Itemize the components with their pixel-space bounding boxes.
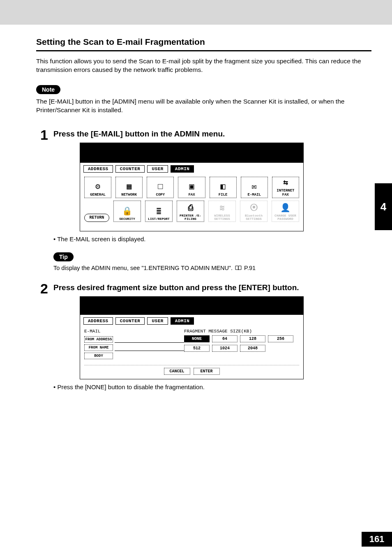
screenshot-titlebar: [80, 297, 303, 315]
admin-btn-copy[interactable]: □COPY: [147, 177, 174, 198]
field-btn-from-address[interactable]: FROM ADDRESS: [84, 336, 113, 343]
tab-user[interactable]: USER: [147, 317, 168, 325]
tip-text-content: To display the ADMIN menu, see "1.ENTERI…: [53, 265, 233, 271]
step-2: 2 Press desired fragment size button and…: [36, 283, 371, 390]
admin-btn-file[interactable]: ◧FILE: [210, 177, 237, 198]
step-number: 2: [40, 281, 48, 297]
enter-button[interactable]: ENTER: [194, 368, 220, 375]
tab-counter[interactable]: COUNTER: [115, 317, 145, 325]
step1-bullet: The E-MAIL screen is displayed.: [53, 235, 371, 242]
field-input-from-address[interactable]: [115, 336, 184, 343]
admin-btn-fax[interactable]: ▣FAX: [178, 177, 205, 198]
tab-admin[interactable]: ADMIN: [171, 317, 194, 325]
tab-user[interactable]: USER: [147, 165, 168, 173]
admin-menu-screenshot: ADDRESSCOUNTERUSERADMIN ⚙GENERAL▦NETWORK…: [80, 143, 304, 231]
email-settings-screenshot: ADDRESSCOUNTERUSERADMIN E-MAIL FROM ADDR…: [80, 296, 304, 379]
fragment-size-512[interactable]: 512: [184, 345, 210, 352]
step-title: Press the [E-MAIL] button in the ADMIN m…: [53, 129, 371, 138]
fragment-size-label: FRAGMENT MESSAGE SIZE(KB): [184, 329, 299, 334]
admin-btn-bluetooth-settings: ⦿Bluetooth SETTINGS: [240, 201, 267, 222]
field-btn-body[interactable]: BODY: [84, 353, 113, 359]
admin-btn-network[interactable]: ▦NETWORK: [115, 177, 143, 198]
intro-paragraph: This function allows you to send the Sca…: [36, 57, 371, 74]
screenshot-tabs: ADDRESSCOUNTERUSERADMIN: [80, 315, 303, 326]
book-icon: [235, 265, 242, 272]
step-1: 1 Press the [E-MAIL] button in the ADMIN…: [36, 129, 371, 272]
screenshot-tabs: ADDRESSCOUNTERUSERADMIN: [80, 163, 303, 174]
heading-rule: [36, 50, 371, 51]
admin-btn-internet-fax[interactable]: ⇆INTERNET FAX: [272, 177, 299, 198]
fragment-size-2048[interactable]: 2048: [240, 345, 265, 352]
tab-admin[interactable]: ADMIN: [171, 165, 194, 173]
admin-btn-list-report[interactable]: ≣LIST/REPORT: [145, 201, 173, 222]
admin-btn-printer-e-filing[interactable]: ⎙PRINTER /E-FILING: [177, 201, 204, 222]
field-input-from-name[interactable]: [115, 344, 184, 351]
step2-bullet: Press the [NONE] button to disable the f…: [53, 383, 371, 390]
fragment-size-1024[interactable]: 1024: [212, 345, 238, 352]
tab-address[interactable]: ADDRESS: [83, 165, 113, 173]
tip-pill: Tip: [53, 252, 74, 261]
fragment-size-256[interactable]: 256: [268, 335, 293, 342]
tab-counter[interactable]: COUNTER: [115, 165, 145, 173]
return-button[interactable]: RETURN: [84, 214, 109, 222]
admin-btn-security[interactable]: 🔒SECURITY: [113, 201, 141, 222]
step-number: 1: [40, 127, 48, 143]
admin-btn-general[interactable]: ⚙GENERAL: [84, 177, 111, 198]
admin-btn-change-user-password: 👤CHANGE USER PASSWORD: [272, 201, 299, 222]
email-section-label: E-MAIL: [84, 329, 184, 334]
admin-btn-e-mail[interactable]: ✉E-MAIL: [241, 177, 268, 198]
page-ref: P.91: [244, 265, 256, 271]
screenshot-titlebar: [80, 143, 303, 163]
chapter-tab: 4: [375, 183, 392, 230]
page-number: 161: [362, 532, 392, 547]
section-heading: Setting the Scan to E-mail Fragmentation: [36, 37, 371, 47]
note-text: The [E-MAIL] button in the [ADMIN] menu …: [36, 97, 371, 115]
step-title: Press desired fragment size button and p…: [53, 283, 371, 292]
cancel-button[interactable]: CANCEL: [164, 368, 190, 375]
fragment-size-64[interactable]: 64: [212, 335, 238, 342]
tab-address[interactable]: ADDRESS: [83, 317, 113, 325]
note-pill: Note: [36, 85, 60, 94]
fragment-size-none[interactable]: NONE: [184, 335, 210, 342]
field-btn-from-name[interactable]: FROM NAME: [84, 344, 113, 351]
fragment-size-128[interactable]: 128: [240, 335, 265, 342]
tip-text: To display the ADMIN menu, see "1.ENTERI…: [53, 265, 371, 272]
admin-btn-wireless-settings: ≋WIRELESS SETTINGS: [208, 201, 236, 222]
